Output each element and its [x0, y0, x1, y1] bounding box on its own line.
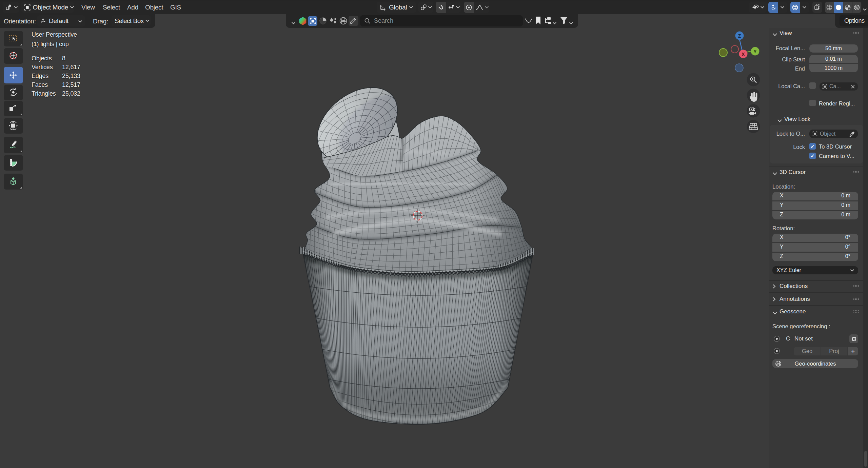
svg-text:X: X	[742, 52, 745, 57]
svg-text:Z: Z	[738, 33, 741, 39]
